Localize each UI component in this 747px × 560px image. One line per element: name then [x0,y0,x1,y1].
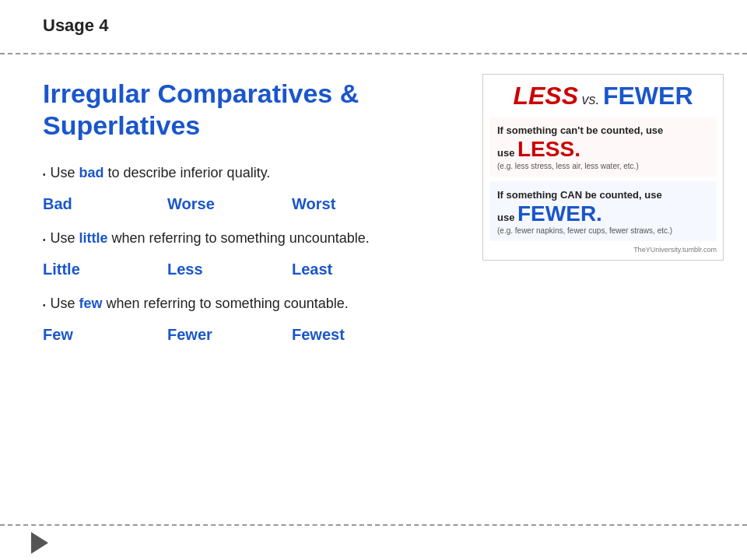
title-line1: Irregular Comparatives & [43,79,359,108]
few-highlight: few [79,294,103,313]
img-fewer-big: FEWER. [517,201,602,226]
comp-worse: Worse [167,195,292,213]
main-content: Irregular Comparatives & Superlatives • … [0,62,747,521]
bullet-dot-2: • [43,235,46,246]
img-s2-use: use [497,212,517,223]
little-section: • Use little when referring to something… [43,229,444,248]
little-highlight: little [79,229,108,248]
bad-section: • Use bad to describe inferior quality. [43,163,444,183]
comp-little: Little [43,261,167,278]
bad-text-use: Use [51,163,79,183]
img-s1-use: use [497,147,517,159]
img-uncountable-section: If something can't be counted, use use L… [489,117,717,177]
img-section2-if: If something CAN be counted, use [497,187,709,201]
bottom-divider [0,524,747,526]
img-s2-if-text: If something CAN be counted, use [497,189,662,201]
bullet-dot-3: • [43,300,46,311]
img-section1-if: If something can't be counted, use [497,123,709,137]
comp-fewer: Fewer [167,326,292,344]
less-vs-fewer-image: LESS vs. FEWER If something can't be cou… [482,74,724,261]
page-title: Irregular Comparatives & Superlatives [43,78,444,142]
img-vs-word: vs. [582,92,600,107]
little-comparatives: Little Less Least [43,261,444,278]
few-bullet-text: • Use few when referring to something co… [43,294,444,313]
bad-bullet-text: • Use bad to describe inferior quality. [43,163,444,183]
img-less-word: LESS [513,82,578,110]
right-column: LESS vs. FEWER If something can't be cou… [467,62,747,521]
bad-highlight: bad [79,163,104,183]
comp-least: Least [292,261,416,278]
bad-comparatives: Bad Worse Worst [43,195,444,213]
bullet-dot-1: • [43,170,46,180]
img-section1-word-row: use LESS. [497,137,709,162]
usage-label: Usage 4 [43,16,108,36]
img-section2-eg: (e.g. fewer napkins, fewer cups, fewer s… [497,226,709,235]
img-title: LESS vs. FEWER [489,81,717,110]
img-countable-section: If something CAN be counted, use use FEW… [489,181,717,241]
img-less-big: LESS. [517,137,580,161]
few-text-use: Use [51,294,79,313]
left-column: Irregular Comparatives & Superlatives • … [0,62,467,521]
little-text-use: Use [51,229,79,248]
img-section1-eg: (e.g. less stress, less air, less water,… [497,162,709,170]
img-credit: TheYUniversity.tumblr.com [489,246,717,254]
comp-fewest: Fewest [292,326,416,344]
img-section2-word-row: use FEWER. [497,201,709,226]
bad-text-rest: to describe inferior quality. [104,163,271,183]
few-comparatives: Few Fewer Fewest [43,326,444,344]
few-text-rest: when referring to something countable. [103,294,349,313]
comp-worst: Worst [292,195,416,213]
little-bullet-text: • Use little when referring to something… [43,229,444,248]
little-text-rest: when referring to something uncountable. [108,229,370,248]
img-s1-if-text: If something can't be counted, use [497,124,663,136]
img-fewer-word: FEWER [603,82,693,110]
comp-less: Less [167,261,292,278]
next-arrow[interactable] [31,532,48,554]
few-section: • Use few when referring to something co… [43,294,444,313]
comp-few: Few [43,326,167,344]
top-divider [0,53,747,54]
title-line2: Superlatives [43,110,200,140]
comp-bad: Bad [43,195,167,213]
